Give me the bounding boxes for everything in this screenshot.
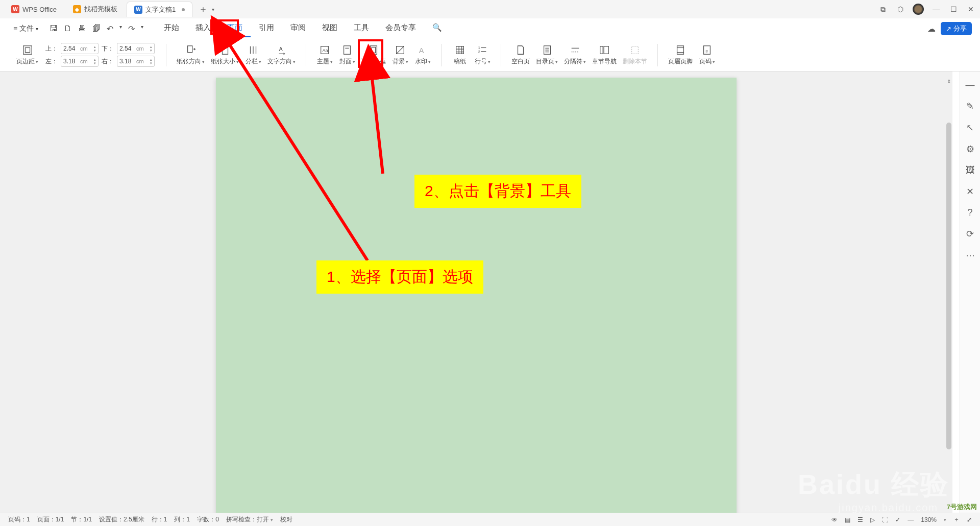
view-mode-icon[interactable]: ✓ xyxy=(895,516,900,523)
background-button[interactable]: 背景▾ xyxy=(389,43,411,67)
status-page[interactable]: 页面：1/1 xyxy=(37,515,64,524)
margin-left-label: 左： xyxy=(45,57,58,66)
cloud-icon[interactable]: ☁ xyxy=(927,24,936,34)
delete-section-button: 删除本节 xyxy=(620,43,650,67)
undo-chevron-icon[interactable]: ▾ xyxy=(119,24,122,34)
menu-tab-tools[interactable]: 工具 xyxy=(346,20,377,37)
more-icon[interactable]: ⋯ xyxy=(966,250,975,261)
print-preview-icon[interactable]: 🗐 xyxy=(92,24,101,34)
breaks-button[interactable]: 分隔符▾ xyxy=(561,43,589,67)
redo-icon[interactable]: ↷ xyxy=(128,24,135,34)
print-icon[interactable]: 🖶 xyxy=(78,24,86,34)
tab-document[interactable]: W 文字文稿1 xyxy=(127,2,192,17)
user-avatar[interactable] xyxy=(913,4,924,15)
status-position[interactable]: 设置值：2.5厘米 xyxy=(99,515,144,524)
help-icon[interactable]: ? xyxy=(967,207,972,218)
menu-tab-page[interactable]: 页面 xyxy=(219,20,251,37)
svg-rect-10 xyxy=(344,46,351,55)
save-icon[interactable]: 🖫 xyxy=(50,24,58,34)
watermark-button[interactable]: A水印▾ xyxy=(411,43,434,67)
menu-bar: ≡ 文件 ▾ 🖫 🗋 🖶 🗐 ↶ ▾ ↷ ▾ 开始 插入 页面 引用 审阅 视图… xyxy=(0,18,980,39)
manuscript-button[interactable]: 稿纸 xyxy=(449,43,471,67)
tab-menu-chevron-icon[interactable]: ▾ xyxy=(212,7,214,12)
tab-wps-home[interactable]: W WPS Office xyxy=(4,2,64,17)
zoom-out-button[interactable]: — xyxy=(908,516,914,523)
image-icon[interactable]: 🖼 xyxy=(966,165,975,176)
undo-icon[interactable]: ↶ xyxy=(107,24,113,34)
spinner-icon[interactable]: ▴▾ xyxy=(150,45,152,52)
page-size-button[interactable]: 纸张大小▾ xyxy=(208,43,242,67)
margin-right-field[interactable]: 3.18cm▴▾ xyxy=(117,56,155,67)
menu-tab-start[interactable]: 开始 xyxy=(156,20,187,37)
columns-button[interactable]: 分栏▾ xyxy=(242,43,264,67)
margin-left-field[interactable]: 3.18cm▴▾ xyxy=(61,56,99,67)
minimize-button[interactable]: — xyxy=(931,4,941,14)
menu-tab-view[interactable]: 视图 xyxy=(314,20,346,37)
scrollbar-thumb[interactable] xyxy=(946,123,951,449)
cube-icon[interactable]: ⬡ xyxy=(895,4,905,14)
margins-button[interactable]: 页边距▾ xyxy=(13,43,41,67)
margin-top-field[interactable]: 2.54cm▴▾ xyxy=(61,43,99,54)
toc-button[interactable]: 目录页▾ xyxy=(533,43,561,67)
menu-tab-vip[interactable]: 会员专享 xyxy=(377,20,424,37)
tools-icon[interactable]: ✕ xyxy=(966,186,974,197)
fullscreen-icon[interactable]: ⤢ xyxy=(967,516,972,523)
menu-tab-review[interactable]: 审阅 xyxy=(282,20,314,37)
ribbon: 页边距▾ 上： 2.54cm▴▾ 下： 2.54cm▴▾ 左： 3.18cm▴▾… xyxy=(0,39,980,71)
theme-button[interactable]: Aa主题▾ xyxy=(313,43,336,67)
vertical-scrollbar[interactable]: ⇕ xyxy=(945,71,952,513)
line-number-button[interactable]: 12行号▾ xyxy=(471,43,494,67)
settings-icon[interactable]: ⚙ xyxy=(966,144,974,155)
maximize-button[interactable]: ☐ xyxy=(948,4,959,14)
blank-page-button[interactable]: 空白页 xyxy=(508,43,533,67)
sync-icon[interactable]: ⟳ xyxy=(966,228,974,240)
orientation-button[interactable]: 纸张方向▾ xyxy=(174,43,208,67)
file-menu[interactable]: ≡ 文件 ▾ xyxy=(8,24,43,33)
status-page-code[interactable]: 页码：1 xyxy=(8,515,30,524)
new-tab-button[interactable]: ＋ xyxy=(194,3,212,15)
menu-tab-insert[interactable]: 插入 xyxy=(187,20,219,37)
spinner-icon[interactable]: ▴▾ xyxy=(150,58,152,65)
tab-templates[interactable]: ◆ 找稻壳模板 xyxy=(66,2,125,17)
zoom-level[interactable]: 130% xyxy=(921,516,937,523)
status-spell[interactable]: 拼写检查：打开 ▾ xyxy=(226,515,273,524)
svg-rect-34 xyxy=(632,46,639,54)
background-icon xyxy=(395,44,406,56)
cursor-icon[interactable]: ↖ xyxy=(966,122,974,133)
spinner-icon[interactable]: ▴▾ xyxy=(94,45,96,52)
eye-icon[interactable]: 👁 xyxy=(831,516,838,523)
view-web-icon[interactable]: ☰ xyxy=(857,516,863,523)
watermark-icon: A xyxy=(417,44,428,56)
view-outline-icon[interactable]: ▷ xyxy=(870,516,875,523)
header-footer-button[interactable]: 页眉页脚 xyxy=(665,43,696,67)
delete-icon xyxy=(629,44,641,56)
new-icon[interactable]: 🗋 xyxy=(64,24,72,34)
text-direction-icon: A xyxy=(276,44,287,56)
copy-window-icon[interactable]: ⧉ xyxy=(878,4,888,14)
status-chars[interactable]: 字数：0 xyxy=(197,515,219,524)
scroll-options-icon[interactable]: ⇕ xyxy=(946,78,951,85)
cover-button[interactable]: 封面▾ xyxy=(336,43,358,67)
share-button[interactable]: ↗ 分享 xyxy=(941,22,972,35)
spinner-icon[interactable]: ▴▾ xyxy=(94,58,96,65)
text-direction-button[interactable]: A文字方向▾ xyxy=(264,43,299,67)
status-col[interactable]: 列：1 xyxy=(174,515,190,524)
qat-more-chevron-icon[interactable]: ▾ xyxy=(141,24,143,34)
menu-tab-references[interactable]: 引用 xyxy=(251,20,282,37)
nav-pane-button[interactable]: 章节导航 xyxy=(589,43,620,67)
document-page[interactable] xyxy=(216,78,737,513)
minus-icon[interactable]: — xyxy=(966,80,975,90)
svg-rect-32 xyxy=(600,46,603,54)
zoom-in-button[interactable]: ＋ xyxy=(953,515,960,524)
close-button[interactable]: ✕ xyxy=(966,4,976,14)
status-section[interactable]: 节：1/1 xyxy=(71,515,92,524)
page-border-button[interactable]: 页面边框 xyxy=(358,43,389,67)
status-proof[interactable]: 校对 xyxy=(280,515,292,524)
page-number-button[interactable]: #页码▾ xyxy=(696,43,718,67)
pen-icon[interactable]: ✎ xyxy=(966,101,974,112)
status-row[interactable]: 行：1 xyxy=(152,515,167,524)
view-print-icon[interactable]: ▤ xyxy=(845,516,850,523)
view-read-icon[interactable]: ⛶ xyxy=(882,516,888,523)
search-button[interactable]: 🔍 xyxy=(424,20,450,37)
margin-bottom-field[interactable]: 2.54cm▴▾ xyxy=(117,43,155,54)
